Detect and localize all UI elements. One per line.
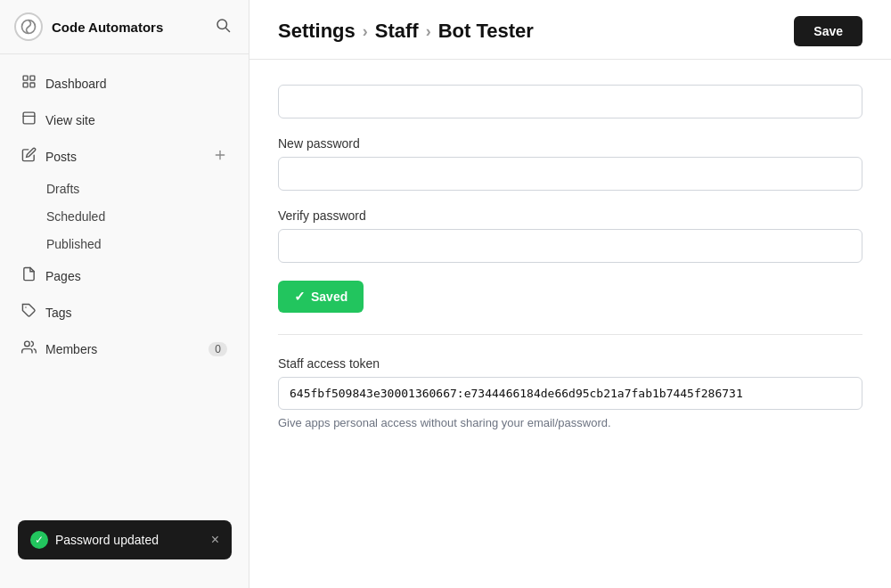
toast-message: Password updated xyxy=(55,533,159,547)
current-password-input[interactable] xyxy=(278,85,862,118)
sidebar-nav: Dashboard View site xyxy=(0,54,249,379)
saved-button[interactable]: ✓ Saved xyxy=(278,281,364,313)
members-row: Members 0 xyxy=(45,342,227,356)
breadcrumb-sep-2: › xyxy=(426,22,431,41)
sidebar-item-dashboard[interactable]: Dashboard xyxy=(7,66,241,102)
svg-rect-6 xyxy=(30,83,35,87)
token-input[interactable] xyxy=(278,377,862,410)
verify-password-input[interactable] xyxy=(278,229,862,263)
viewsite-icon xyxy=(21,110,37,130)
posts-add-button[interactable] xyxy=(213,148,227,167)
posts-submenu: Drafts Scheduled Published xyxy=(0,176,249,257)
main-header: Settings › Staff › Bot Tester Save xyxy=(249,0,891,60)
search-button[interactable] xyxy=(211,13,234,41)
breadcrumb-settings: Settings xyxy=(278,20,356,43)
svg-rect-7 xyxy=(23,112,35,124)
sidebar-item-label: View site xyxy=(45,113,95,127)
tags-label: Tags xyxy=(45,306,72,320)
toast-close-button[interactable]: × xyxy=(211,532,219,548)
dashboard-icon xyxy=(21,74,37,94)
current-password-group xyxy=(278,85,862,118)
section-divider xyxy=(278,334,862,335)
new-password-group: New password xyxy=(278,136,862,191)
form-area: New password Verify password ✓ Saved Sta… xyxy=(249,60,891,454)
svg-point-1 xyxy=(217,20,227,29)
sidebar-item-published[interactable]: Published xyxy=(39,231,249,257)
svg-rect-4 xyxy=(30,76,35,80)
token-label: Staff access token xyxy=(278,356,862,371)
new-password-label: New password xyxy=(278,136,862,151)
saved-check-icon: ✓ xyxy=(294,289,306,305)
sidebar-item-label: Dashboard xyxy=(45,77,107,91)
verify-password-label: Verify password xyxy=(278,208,862,223)
toast-notification: ✓ Password updated × xyxy=(18,520,232,559)
svg-line-2 xyxy=(226,28,230,31)
saved-label: Saved xyxy=(311,290,347,304)
sidebar-item-tags[interactable]: Tags xyxy=(7,295,241,331)
breadcrumb-staff: Staff xyxy=(375,20,419,43)
token-hint: Give apps personal access without sharin… xyxy=(278,416,862,429)
breadcrumb-sep-1: › xyxy=(363,22,368,41)
saved-btn-wrapper: ✓ Saved xyxy=(278,281,862,313)
tags-icon xyxy=(21,303,37,323)
svg-rect-3 xyxy=(23,76,28,80)
brand-logo xyxy=(14,12,43,41)
svg-rect-5 xyxy=(23,83,28,87)
toast-left: ✓ Password updated xyxy=(30,531,159,549)
posts-row: Posts xyxy=(21,147,227,167)
sidebar: Code Automators Dashboard xyxy=(0,0,249,588)
sidebar-item-pages[interactable]: Pages xyxy=(7,258,241,294)
main-content: Settings › Staff › Bot Tester Save New p… xyxy=(249,0,891,588)
pages-label: Pages xyxy=(45,269,81,283)
posts-left: Posts xyxy=(21,147,77,167)
new-password-input[interactable] xyxy=(278,157,862,191)
verify-password-group: Verify password xyxy=(278,208,862,263)
posts-label: Posts xyxy=(45,150,77,164)
toast-check-icon: ✓ xyxy=(30,531,48,549)
sidebar-header: Code Automators xyxy=(0,0,249,54)
breadcrumb: Settings › Staff › Bot Tester xyxy=(278,20,534,43)
token-section: Staff access token Give apps personal ac… xyxy=(278,356,862,429)
breadcrumb-bot-tester: Bot Tester xyxy=(438,20,534,43)
svg-point-11 xyxy=(25,341,30,347)
members-icon xyxy=(21,339,37,359)
brand: Code Automators xyxy=(14,12,163,41)
sidebar-item-scheduled[interactable]: Scheduled xyxy=(39,203,249,230)
sidebar-item-drafts[interactable]: Drafts xyxy=(39,176,249,202)
sidebar-item-viewsite[interactable]: View site xyxy=(7,102,241,138)
sidebar-item-posts[interactable]: Posts xyxy=(7,139,241,175)
members-label: Members xyxy=(45,342,97,356)
save-button[interactable]: Save xyxy=(794,16,862,46)
members-badge: 0 xyxy=(208,342,227,356)
posts-icon xyxy=(21,147,37,167)
sidebar-item-members[interactable]: Members 0 xyxy=(7,331,241,367)
pages-icon xyxy=(21,266,37,286)
brand-name: Code Automators xyxy=(52,20,163,35)
